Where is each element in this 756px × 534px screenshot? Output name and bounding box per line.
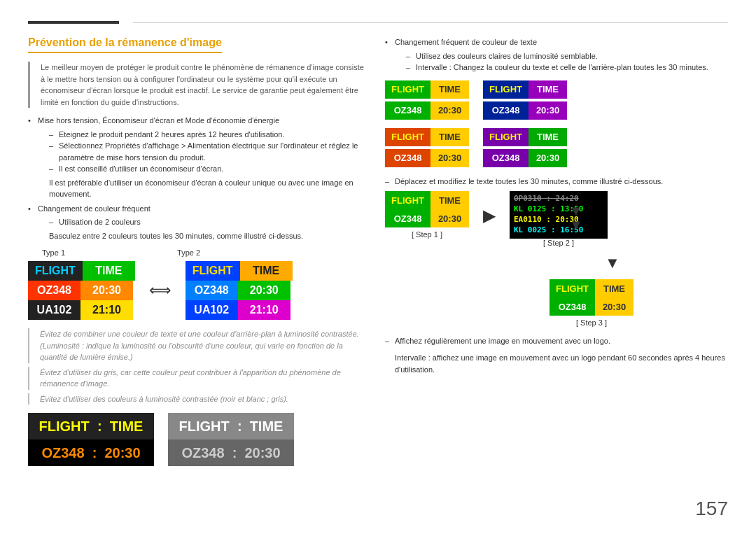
bullet-list-1: Mise hors tension, Économiseur d'écran e… xyxy=(28,115,364,241)
section-title: Prévention de la rémanence d'image xyxy=(28,36,222,53)
step2-label: [ Step 2 ] xyxy=(543,239,574,247)
top-bar-accent xyxy=(28,21,119,24)
right-bullet-list: Changement fréquent de couleur de texte … xyxy=(385,36,728,73)
cs2-val: 20:30 xyxy=(528,101,567,120)
type2-board: FLIGHT TIME OZ348 20:30 UA102 21:10 xyxy=(186,261,293,320)
warning-3: Évitez d'utiliser des couleurs à luminos… xyxy=(28,393,364,405)
bottom-board1-row1: FLIGHT : TIME xyxy=(28,413,154,440)
type2-label: Type 2 xyxy=(177,248,200,257)
right-dash-2: Intervalle : Changez la couleur du texte… xyxy=(406,62,728,73)
bottom-board2-row1: FLIGHT : TIME xyxy=(168,413,294,440)
cs2-oz: OZ348 xyxy=(483,101,528,120)
color-sample-4: FLIGHT TIME OZ348 20:30 xyxy=(483,128,567,167)
steps-section: FLIGHT TIME OZ348 20:30 [ Step 1 ] ▶ xyxy=(385,191,728,327)
color-sample-1: FLIGHT TIME OZ348 20:30 xyxy=(385,80,469,120)
step3-oz: OZ348 xyxy=(550,297,595,316)
type2-row1: FLIGHT TIME xyxy=(186,261,293,281)
step3-val: 20:30 xyxy=(595,297,634,316)
cs4-val: 20:30 xyxy=(528,149,567,167)
down-arrow-1-icon: ▼ xyxy=(569,204,583,218)
dash-list-2: Utilisation de 2 couleurs xyxy=(38,216,364,228)
step2-block: OP0310 : 24:20 KL 0125 : 13:50 EA0110 : … xyxy=(510,191,608,247)
right-dash-list: Utilisez des couleurs claires de luminos… xyxy=(395,50,728,73)
bottom-board1-oz-val: OZ348 : 20:30 xyxy=(28,440,154,466)
right-dash-1: Utilisez des couleurs claires de luminos… xyxy=(406,50,728,62)
type2-flight-label: FLIGHT xyxy=(186,261,240,281)
cs4-flight: FLIGHT xyxy=(483,128,528,146)
type1-oz: OZ348 xyxy=(28,281,80,300)
right-column: Changement fréquent de couleur de texte … xyxy=(385,36,728,466)
warning-1: Évitez de combiner une couleur de texte … xyxy=(28,328,364,363)
step2-scrolling: OP0310 : 24:20 KL 0125 : 13:50 EA0110 : … xyxy=(510,191,608,239)
dash-item-1: Eteignez le produit pendant 2 heures apr… xyxy=(49,129,364,141)
note-2: Basculez entre 2 couleurs toutes les 30 … xyxy=(38,230,364,242)
top-bar-line xyxy=(133,22,728,23)
cs3-flight: FLIGHT xyxy=(385,128,430,146)
step1-oz: OZ348 xyxy=(385,209,430,227)
type1-label: Type 1 xyxy=(42,248,65,257)
note-1: Il est préférable d'utiliser un économis… xyxy=(38,177,364,200)
cs4-oz: OZ348 xyxy=(483,149,528,167)
down-arrow-2-icon: ▼ xyxy=(569,218,583,232)
type2-oz-val: 20:30 xyxy=(238,281,290,300)
step-arrow-right-icon: ▶ xyxy=(483,206,496,225)
step3-board: FLIGHT TIME OZ348 20:30 xyxy=(550,279,634,316)
bottom-board2-row2: OZ348 : 20:30 xyxy=(168,440,294,466)
step1-board: FLIGHT TIME OZ348 20:30 xyxy=(385,191,469,227)
cs4-time: TIME xyxy=(528,128,567,146)
step3-time: TIME xyxy=(595,279,634,297)
cs3-oz: OZ348 xyxy=(385,149,430,167)
type1-ua: UA102 xyxy=(28,300,80,320)
bottom-board1-row2: OZ348 : 20:30 xyxy=(28,440,154,466)
type1-time-label: TIME xyxy=(83,261,135,281)
cs1-flight: FLIGHT xyxy=(385,80,430,99)
step-dash-note: Déplacez et modifiez le texte toutes les… xyxy=(385,176,728,188)
dash-item-4: Utilisation de 2 couleurs xyxy=(49,216,364,228)
dash-item-3: Il est conseillé d'utiliser un économise… xyxy=(49,163,364,175)
cs1-val: 20:30 xyxy=(430,101,469,120)
type1-row3: UA102 21:10 xyxy=(28,300,135,320)
cs3-time: TIME xyxy=(430,128,469,146)
warning-2: Évitez d'utiliser du gris, car cette cou… xyxy=(28,367,364,390)
dash-list-1: Eteignez le produit pendant 2 heures apr… xyxy=(38,129,364,175)
step2-to-step3-arrow: ▼ xyxy=(385,254,728,272)
bottom-board-2: FLIGHT : TIME OZ348 : 20:30 xyxy=(168,413,294,466)
type-labels: Type 1 Type 2 xyxy=(42,248,364,257)
bottom-boards-row: FLIGHT : TIME OZ348 : 20:30 FLIGHT : TIM… xyxy=(28,413,364,466)
scroll-arrows: ▼ ▼ xyxy=(569,204,583,232)
type1-board: FLIGHT TIME OZ348 20:30 UA102 21:10 xyxy=(28,261,135,320)
type2-row2: OZ348 20:30 xyxy=(186,281,293,300)
step1-block: FLIGHT TIME OZ348 20:30 [ Step 1 ] xyxy=(385,191,469,239)
top-bar xyxy=(28,21,728,24)
cs1-oz: OZ348 xyxy=(385,101,430,120)
color-samples-grid: FLIGHT TIME OZ348 20:30 FLIGHT TIME xyxy=(385,80,728,120)
left-column: Prévention de la rémanence d'image Le me… xyxy=(28,36,364,466)
cs1-time: TIME xyxy=(430,80,469,99)
type1-flight-label: FLIGHT xyxy=(28,261,83,281)
bottom-board2-oz-val: OZ348 : 20:30 xyxy=(168,440,294,466)
bottom-board1-flight-time: FLIGHT : TIME xyxy=(28,413,154,440)
right-bullet-1: Changement fréquent de couleur de texte … xyxy=(385,36,728,73)
sb-line1: OP0310 : 24:20 xyxy=(514,194,579,203)
color-sample-2: FLIGHT TIME OZ348 20:30 xyxy=(483,80,567,120)
dash-item-2: Sélectionnez Propriétés d'affichage > Al… xyxy=(49,140,364,163)
type2-ua: UA102 xyxy=(186,300,238,320)
color-samples-grid-2: FLIGHT TIME OZ348 20:30 FLIGHT TIME xyxy=(385,128,728,167)
cs3-val: 20:30 xyxy=(430,149,469,167)
type2-time-label: TIME xyxy=(240,261,293,281)
type2-row3: UA102 21:10 xyxy=(186,300,293,320)
type1-row2: OZ348 20:30 xyxy=(28,281,135,300)
cs2-flight: FLIGHT xyxy=(483,80,528,99)
intro-text: Le meilleur moyen de protéger le produit… xyxy=(28,62,364,108)
swap-arrow-icon: ⟺ xyxy=(149,281,172,300)
type2-ua-val: 21:10 xyxy=(238,300,290,320)
type1-row1: FLIGHT TIME xyxy=(28,261,135,281)
type1-ua-val: 21:10 xyxy=(80,300,133,320)
final-dash-note: Affichez régulièrement une image en mouv… xyxy=(385,335,728,348)
bottom-board2-flight-time: FLIGHT : TIME xyxy=(168,413,294,440)
type1-oz-val: 20:30 xyxy=(80,281,133,300)
cs2-time: TIME xyxy=(528,80,567,99)
down-arrow-main-icon: ▼ xyxy=(605,254,620,272)
type2-oz: OZ348 xyxy=(186,281,238,300)
bullet-item-2: Changement de couleur fréquent Utilisati… xyxy=(28,203,364,242)
